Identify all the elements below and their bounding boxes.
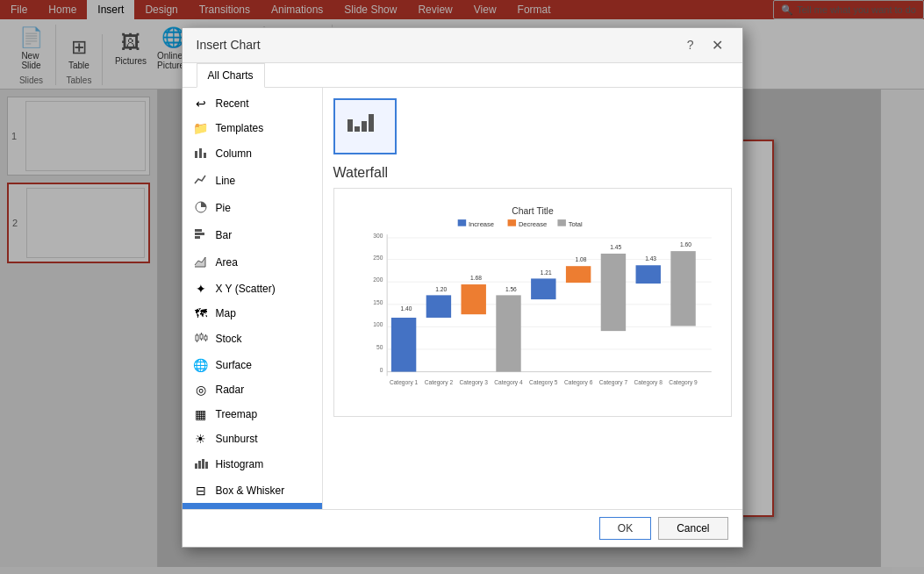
svg-text:1.68: 1.68 [470,275,482,281]
chart-list-item-radar[interactable]: ◎ Radar [183,377,322,402]
svg-rect-1 [199,148,202,158]
chart-list-item-recent[interactable]: ↩ Recent [183,91,322,116]
box-icon: ⊟ [193,484,209,498]
svg-text:Category 6: Category 6 [563,378,592,385]
histogram-label: Histogram [216,458,264,470]
templates-label: Templates [216,122,264,134]
chart-list-item-sunburst[interactable]: ☀ Sunburst [183,427,322,451]
svg-rect-60 [496,295,520,371]
svg-text:0: 0 [379,366,383,372]
stock-label: Stock [216,333,242,345]
chart-list-item-bar[interactable]: Bar [183,222,322,249]
chart-list-item-waterfall[interactable]: waterfall [183,503,322,509]
chart-list-item-treemap[interactable]: ▦ Treemap [183,402,322,427]
chart-preview-panel: Waterfall Chart Title Increase Decrease … [323,88,742,509]
svg-text:200: 200 [373,276,383,283]
svg-text:1.08: 1.08 [575,256,586,262]
chart-list-item-area[interactable]: Area [183,249,322,276]
svg-rect-36 [557,219,565,226]
chart-type-list: ↩ Recent 📁 Templates Column [183,88,323,509]
chart-list-item-map[interactable]: 🗺 Map [183,301,322,326]
chart-thumbnails [333,98,732,154]
svg-text:1.45: 1.45 [610,244,621,250]
dialog-title-actions: ? ✕ [682,35,728,55]
chart-list-item-xy[interactable]: ✦ X Y (Scatter) [183,276,322,301]
svg-text:1.43: 1.43 [645,255,656,262]
svg-text:Decrease: Decrease [518,219,546,227]
ok-button[interactable]: OK [599,517,651,540]
radar-icon: ◎ [193,383,209,397]
svg-rect-10 [200,334,203,339]
svg-rect-2 [204,153,206,158]
svg-text:1.56: 1.56 [505,285,516,291]
area-label: Area [216,256,238,269]
sunburst-label: Sunburst [216,433,258,445]
svg-text:100: 100 [373,321,383,327]
chart-list-item-stock[interactable]: Stock [183,326,322,353]
svg-text:Category 5: Category 5 [529,378,558,385]
svg-rect-34 [507,219,515,226]
chart-list-item-templates[interactable]: 📁 Templates [183,116,322,140]
waterfall-thumbnail[interactable] [333,98,397,154]
dialog-overlay: Insert Chart ? ✕ All Charts ↩ Recent 📁 T… [0,0,924,574]
waterfall-thumb-svg [344,105,386,147]
chart-list-item-line[interactable]: Line [183,168,322,195]
svg-rect-29 [362,121,367,132]
svg-text:1.60: 1.60 [679,241,691,248]
sunburst-icon: ☀ [193,432,209,446]
svg-rect-4 [195,229,202,232]
svg-rect-70 [670,251,695,326]
svg-rect-58 [461,284,485,314]
stock-icon [193,331,209,348]
dialog-close-button[interactable]: ✕ [706,35,728,55]
pie-label: Pie [216,202,231,214]
svg-rect-28 [355,126,360,132]
templates-icon: 📁 [193,121,209,135]
dialog-help-button[interactable]: ? [682,36,699,54]
svg-text:Total: Total [568,219,582,227]
map-icon: 🗺 [193,306,209,320]
chart-big-preview: Chart Title Increase Decrease Total 300 … [333,188,732,417]
dialog-tab-bar: All Charts [183,63,742,88]
svg-rect-66 [600,253,625,330]
svg-text:Category 7: Category 7 [598,378,627,385]
svg-text:Category 9: Category 9 [669,378,698,385]
xy-icon: ✦ [193,282,209,296]
surface-label: Surface [216,359,252,371]
chart-list-item-pie[interactable]: Pie [183,195,322,222]
line-icon [193,173,209,190]
bar-icon [193,227,209,244]
waterfall-preview-svg: Chart Title Increase Decrease Total 300 … [341,196,724,406]
cancel-button[interactable]: Cancel [658,517,727,540]
svg-text:250: 250 [373,254,383,260]
svg-rect-0 [195,151,197,158]
chart-list-item-box[interactable]: ⊟ Box & Whisker [183,478,322,503]
treemap-icon: ▦ [193,407,209,421]
dialog-title-text: Insert Chart [197,38,261,52]
svg-text:Category 4: Category 4 [494,378,523,385]
waterfall-icon [193,508,209,509]
svg-rect-18 [202,459,204,469]
svg-rect-7 [196,335,198,341]
svg-rect-56 [426,295,450,318]
svg-rect-16 [195,463,197,469]
chart-list-item-histogram[interactable]: Histogram [183,451,322,478]
bar-label: Bar [216,229,233,241]
svg-text:Increase: Increase [469,219,494,227]
dialog-tab-all-charts[interactable]: All Charts [197,63,265,88]
line-label: Line [216,175,236,187]
svg-rect-32 [457,219,465,226]
svg-text:1.21: 1.21 [540,269,551,275]
svg-text:1.20: 1.20 [435,285,447,291]
chart-list-item-surface[interactable]: 🌐 Surface [183,353,322,377]
svg-text:Category 8: Category 8 [634,378,663,385]
box-label: Box & Whisker [216,484,285,497]
chart-list-item-column[interactable]: Column [183,140,322,168]
insert-chart-dialog: Insert Chart ? ✕ All Charts ↩ Recent 📁 T… [182,27,743,548]
svg-rect-6 [195,236,200,239]
svg-rect-62 [531,278,555,299]
svg-text:150: 150 [373,298,383,305]
svg-text:Category 3: Category 3 [459,378,488,385]
chart-preview-name: Waterfall [333,165,732,181]
pie-icon [193,200,209,217]
